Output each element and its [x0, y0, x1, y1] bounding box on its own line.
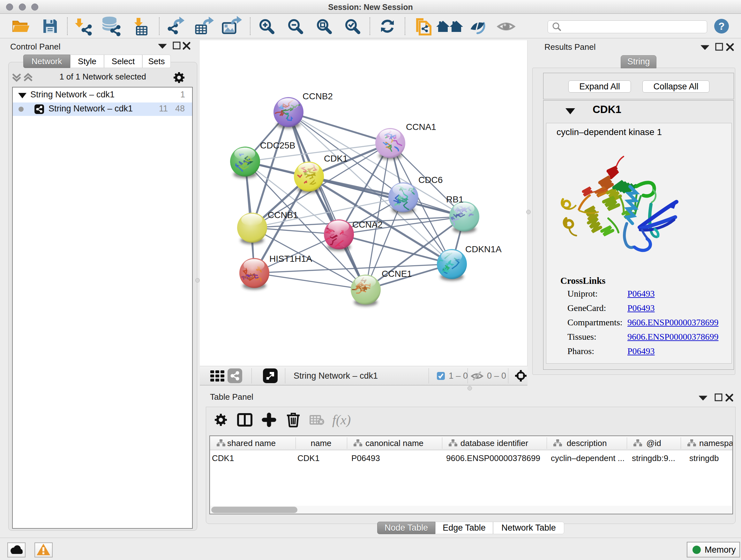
svg-text:CDC25B: CDC25B	[260, 140, 295, 150]
svg-text:CCNE1: CCNE1	[382, 269, 412, 279]
svg-text:CDK1: CDK1	[324, 153, 348, 164]
svg-text:?: ?	[718, 20, 725, 32]
svg-text:CDKN1A: CDKN1A	[465, 244, 502, 254]
svg-text:CCNB2: CCNB2	[302, 91, 333, 101]
svg-text:HIST1H1A: HIST1H1A	[269, 254, 312, 264]
svg-text:RB1: RB1	[446, 194, 463, 204]
svg-text:CCNA1: CCNA1	[406, 122, 436, 132]
svg-text:CCNA2: CCNA2	[352, 220, 383, 230]
svg-text:f(x): f(x)	[332, 413, 351, 428]
svg-text:CDC6: CDC6	[418, 175, 443, 185]
svg-text:CCNB1: CCNB1	[268, 210, 298, 220]
